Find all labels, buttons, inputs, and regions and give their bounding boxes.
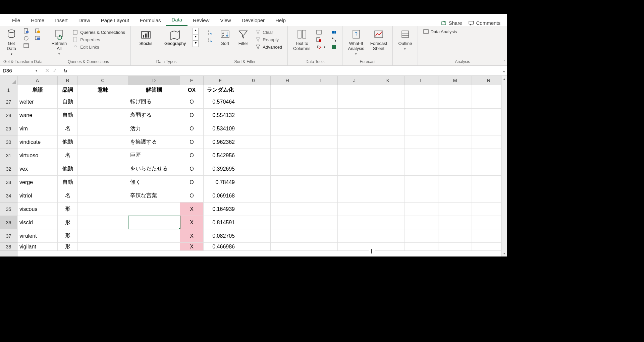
sort-az-button[interactable]: AZ: [206, 30, 215, 36]
cell-J34[interactable]: [338, 189, 371, 202]
cell-C29[interactable]: [78, 122, 128, 135]
cell-N29[interactable]: [472, 122, 505, 135]
cell-L27[interactable]: [405, 95, 438, 108]
forecast-sheet-button[interactable]: Forecast Sheet: [368, 27, 389, 52]
cell-D33[interactable]: 傾く: [128, 176, 180, 189]
cell-N37[interactable]: [472, 229, 505, 242]
row-header-34[interactable]: 34: [0, 189, 17, 203]
filter-button[interactable]: Filter: [235, 27, 251, 47]
cell-I37[interactable]: [304, 229, 338, 242]
cell-G38[interactable]: [237, 243, 271, 250]
cell-E34[interactable]: O: [180, 189, 204, 202]
cell-J28[interactable]: [338, 109, 371, 122]
data-types-scroll[interactable]: ▴ ▾ ▾: [193, 28, 199, 47]
name-box-dropdown-icon[interactable]: ▾: [36, 69, 37, 72]
cell-I29[interactable]: [304, 122, 338, 135]
edit-links-button[interactable]: Edit Links: [71, 44, 127, 50]
cell-E28[interactable]: O: [180, 109, 204, 122]
cell-A33[interactable]: verge: [17, 176, 58, 189]
comments-button[interactable]: Comments: [469, 20, 500, 26]
row-header-30[interactable]: 30: [0, 135, 17, 149]
cell-L32[interactable]: [405, 162, 438, 175]
column-header-I[interactable]: I: [304, 76, 338, 85]
cell-G35[interactable]: [237, 203, 271, 216]
cell-I27[interactable]: [304, 95, 338, 108]
cell-M33[interactable]: [438, 176, 472, 189]
cell-M31[interactable]: [438, 149, 472, 162]
cell-A35[interactable]: viscous: [17, 203, 58, 216]
column-header-A[interactable]: A: [17, 76, 58, 85]
cell-C27[interactable]: [78, 95, 128, 108]
cell-A32[interactable]: vex: [17, 162, 58, 175]
cell-E38[interactable]: X: [180, 243, 204, 250]
cell-A29[interactable]: vim: [17, 122, 58, 135]
refresh-all-button[interactable]: Refresh All ▾: [50, 27, 69, 57]
cell-K27[interactable]: [371, 95, 405, 108]
cell-H31[interactable]: [271, 149, 304, 162]
relationships-button[interactable]: [329, 36, 339, 43]
fx-icon[interactable]: fx: [62, 68, 69, 73]
column-header-L[interactable]: L: [405, 76, 438, 85]
column-header-C[interactable]: C: [78, 76, 128, 85]
outline-button[interactable]: Outline ▾: [396, 27, 414, 52]
cell-B37[interactable]: 形: [58, 229, 78, 242]
scroll-more-icon[interactable]: ▾: [193, 41, 199, 47]
recent-sources-button[interactable]: [33, 27, 42, 34]
cell-M37[interactable]: [438, 229, 472, 242]
scroll-down-icon[interactable]: ▾: [193, 34, 199, 41]
cell-I36[interactable]: [304, 216, 338, 229]
cell-N38[interactable]: [472, 243, 505, 250]
manage-data-model-button[interactable]: [329, 44, 339, 50]
cell-A31[interactable]: virtuoso: [17, 149, 58, 162]
what-if-button[interactable]: ? What-If Analysis ▾: [346, 27, 366, 57]
existing-connections-button[interactable]: [33, 35, 42, 42]
cell-N36[interactable]: [472, 216, 505, 229]
cell-E35[interactable]: X: [180, 203, 204, 216]
cell-H27[interactable]: [271, 95, 304, 108]
cell-K36[interactable]: [371, 216, 405, 229]
cell-H30[interactable]: [271, 135, 304, 149]
cell-G1[interactable]: [237, 85, 271, 95]
cell-G33[interactable]: [237, 176, 271, 189]
cell-L28[interactable]: [405, 109, 438, 122]
cell-C37[interactable]: [78, 229, 128, 242]
cell-M36[interactable]: [438, 216, 472, 229]
cell-G34[interactable]: [237, 189, 271, 202]
cell-H28[interactable]: [271, 109, 304, 122]
cell-G29[interactable]: [237, 122, 271, 135]
sort-button[interactable]: AZ Sort: [217, 27, 233, 47]
cell-B34[interactable]: 名: [58, 189, 78, 202]
cell-J1[interactable]: [338, 85, 371, 95]
cell-C28[interactable]: [78, 109, 128, 122]
tab-developer[interactable]: Developer: [236, 15, 270, 26]
cell-G36[interactable]: [237, 216, 271, 229]
cell-E29[interactable]: O: [180, 122, 204, 135]
vertical-scrollbar[interactable]: ▴ ▾: [501, 76, 507, 256]
cell-I31[interactable]: [304, 149, 338, 162]
cell-H37[interactable]: [271, 229, 304, 242]
text-to-columns-button[interactable]: Text to Columns: [291, 27, 312, 52]
sort-za-button[interactable]: ZA: [206, 37, 215, 44]
cell-N33[interactable]: [472, 176, 505, 189]
cell-F1[interactable]: ランダム化: [204, 85, 237, 95]
cell-L35[interactable]: [405, 203, 438, 216]
cell-K35[interactable]: [371, 203, 405, 216]
expand-formula-bar-icon[interactable]: ⌄: [500, 67, 507, 74]
cell-L1[interactable]: [405, 85, 438, 95]
cell-N32[interactable]: [472, 162, 505, 175]
cell-C38[interactable]: [78, 243, 128, 250]
select-all-corner[interactable]: [0, 76, 17, 85]
flash-fill-button[interactable]: [314, 29, 327, 36]
cell-D36[interactable]: [128, 216, 180, 229]
cell-K31[interactable]: [371, 149, 405, 162]
column-header-M[interactable]: M: [438, 76, 472, 85]
from-text-csv-button[interactable]: [21, 27, 31, 34]
cell-A36[interactable]: viscid: [17, 216, 58, 229]
row-header-31[interactable]: 31: [0, 149, 17, 162]
cell-D35[interactable]: [128, 203, 180, 216]
cell-E27[interactable]: O: [180, 95, 204, 108]
cell-L36[interactable]: [405, 216, 438, 229]
cell-B1[interactable]: 品詞: [58, 85, 78, 95]
cell-I33[interactable]: [304, 176, 338, 189]
row-header-33[interactable]: 33: [0, 176, 17, 189]
